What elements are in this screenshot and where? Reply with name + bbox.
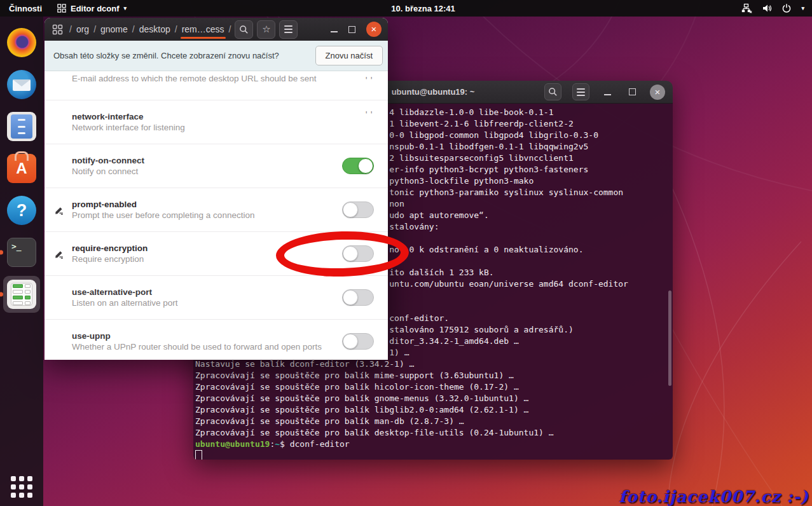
- key-value-area: [342, 320, 374, 360]
- dconf-titlebar[interactable]: /org/gnome/desktop/rem…cess/ ☆ ×: [45, 18, 388, 41]
- dconf-key-row[interactable]: notify-on-connect Notify on connect: [45, 144, 388, 188]
- key-value-area: '': [364, 100, 374, 144]
- show-applications-button[interactable]: [8, 473, 36, 501]
- system-tray[interactable]: ▾: [741, 0, 812, 17]
- chevron-down-icon: ▾: [801, 5, 804, 11]
- bookmark-star-icon: ☆: [262, 25, 270, 34]
- chevron-down-icon: ▾: [124, 5, 127, 11]
- clock[interactable]: 10. března 12:41: [391, 0, 455, 17]
- dconf-close-button[interactable]: ×: [366, 22, 382, 37]
- running-indicator: [0, 292, 3, 297]
- app-menu-label: Editor dconf: [71, 4, 120, 13]
- breadcrumb-segment[interactable]: gnome: [100, 24, 128, 34]
- dconf-minimize-button[interactable]: [327, 22, 341, 36]
- dconf-key-row[interactable]: E-mail address to which the remote deskt…: [45, 71, 388, 100]
- key-name: network-interface: [72, 111, 326, 122]
- activities-button[interactable]: Činnosti: [0, 0, 51, 17]
- search-icon: [548, 87, 558, 97]
- toggle-knob: [343, 290, 358, 305]
- app-grid-icon: [57, 4, 66, 13]
- app-menu-button[interactable]: Editor dconf ▾: [51, 0, 133, 17]
- key-toggle[interactable]: [342, 202, 374, 218]
- toggle-knob: [358, 158, 373, 174]
- key-value-area: [342, 276, 374, 319]
- help-icon: ?: [7, 196, 36, 225]
- breadcrumb[interactable]: /org/gnome/desktop/rem…cess/: [69, 24, 231, 34]
- dock-item-thunderbird[interactable]: [3, 66, 40, 103]
- dconf-menu-button[interactable]: [279, 20, 298, 39]
- key-text: use-alternative-port Listen on an altern…: [72, 287, 326, 308]
- pencil-icon: [54, 205, 72, 215]
- dock-item-help[interactable]: ?: [3, 192, 40, 229]
- reload-button[interactable]: Znovu načíst: [315, 46, 383, 65]
- terminal-minimize-button[interactable]: [600, 85, 614, 99]
- maximize-icon: [348, 26, 355, 33]
- key-text: E-mail address to which the remote deskt…: [72, 73, 326, 84]
- infobar: Obsah této složky se změnil. Chcete zobr…: [45, 41, 388, 71]
- dconf-editor-window[interactable]: /org/gnome/desktop/rem…cess/ ☆ × Obsah t…: [45, 18, 388, 360]
- breadcrumb-separator: /: [229, 24, 231, 34]
- breadcrumb-segment[interactable]: org: [76, 24, 89, 34]
- key-text: notify-on-connect Notify on connect: [72, 155, 326, 177]
- dconf-editor-icon: [7, 280, 36, 309]
- dock-item-terminal[interactable]: >_: [3, 234, 40, 271]
- terminal-search-button[interactable]: [544, 83, 561, 100]
- dock-item-files[interactable]: [3, 108, 40, 145]
- toggle-knob: [343, 334, 358, 349]
- breadcrumb-separator: /: [69, 24, 72, 34]
- thunderbird-icon: [7, 70, 36, 99]
- running-indicator: [0, 250, 3, 255]
- watermark: foto.ijacek007.cz :-): [619, 488, 809, 506]
- firefox-icon: [7, 28, 36, 57]
- terminal-close-button[interactable]: ×: [650, 85, 665, 100]
- key-value: '': [364, 109, 374, 119]
- files-icon: [7, 112, 36, 141]
- infobar-message: Obsah této složky se změnil. Chcete zobr…: [53, 51, 279, 60]
- dock-item-dconf-editor[interactable]: [3, 276, 40, 313]
- key-name: use-upnp: [72, 331, 326, 341]
- power-icon: [781, 3, 792, 13]
- dock: A ? >_: [0, 17, 43, 506]
- pathbar-grid-icon: [52, 24, 63, 35]
- key-description: Prompt the user before completing a conn…: [72, 210, 326, 221]
- key-value-area: [342, 188, 374, 231]
- dconf-key-row[interactable]: network-interface Network interface for …: [45, 100, 388, 144]
- dconf-key-row[interactable]: prompt-enabled Prompt the user before co…: [45, 188, 388, 232]
- dock-item-ubuntu-software[interactable]: A: [3, 150, 40, 187]
- dconf-key-row[interactable]: use-alternative-port Listen on an altern…: [45, 276, 388, 320]
- dconf-search-button[interactable]: [235, 20, 253, 39]
- pencil-icon: [54, 249, 72, 259]
- minimize-icon: [604, 94, 611, 95]
- hamburger-icon: [284, 29, 292, 30]
- terminal-menu-button[interactable]: [572, 83, 589, 100]
- maximize-icon: [629, 88, 636, 95]
- key-toggle[interactable]: [342, 289, 374, 306]
- key-toggle[interactable]: [342, 158, 374, 174]
- breadcrumb-segment[interactable]: desktop: [139, 24, 170, 34]
- key-name: prompt-enabled: [72, 199, 326, 210]
- toggle-knob: [343, 202, 358, 217]
- volume-icon: [762, 3, 772, 13]
- terminal-icon: >_: [7, 238, 36, 267]
- terminal-maximize-button[interactable]: [625, 85, 639, 99]
- top-bar: Činnosti Editor dconf ▾ 10. března 12:41: [0, 0, 812, 17]
- key-toggle[interactable]: [342, 333, 374, 350]
- dconf-key-row[interactable]: use-upnp Whether a UPnP router should be…: [45, 320, 388, 360]
- close-icon: ×: [371, 24, 377, 34]
- dock-item-firefox[interactable]: [3, 24, 40, 61]
- minimize-icon: [331, 31, 338, 32]
- terminal-title: ubuntu@ubuntu19: ~: [392, 87, 475, 97]
- ubuntu-software-icon: A: [7, 154, 36, 183]
- key-description: Notify on connect: [72, 166, 326, 177]
- key-description: Network interface for listening: [72, 122, 326, 133]
- close-icon: ×: [655, 86, 661, 97]
- breadcrumb-separator: /: [132, 24, 135, 34]
- dconf-bookmarks-button[interactable]: ☆: [257, 20, 275, 39]
- dconf-key-list: E-mail address to which the remote deskt…: [45, 71, 388, 360]
- breadcrumb-segment[interactable]: rem…cess: [182, 24, 224, 34]
- search-icon: [239, 25, 249, 34]
- key-text: network-interface Network interface for …: [72, 111, 326, 133]
- terminal-scrollbar[interactable]: [668, 291, 671, 386]
- key-value-area: [342, 144, 374, 188]
- dconf-maximize-button[interactable]: [345, 22, 359, 36]
